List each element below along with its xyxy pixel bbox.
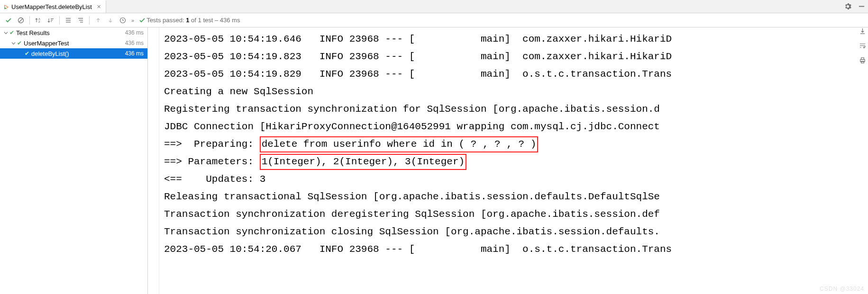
next-fail-button[interactable] xyxy=(105,15,116,26)
svg-rect-8 xyxy=(51,20,53,20)
watermark: CSDN @33024 xyxy=(820,285,864,292)
tree-duration: 436 ms xyxy=(125,29,144,36)
chevron-down-icon[interactable] xyxy=(10,40,16,46)
console-line: Transaction synchronization closing SqlS… xyxy=(164,226,660,237)
expand-all-button[interactable] xyxy=(63,15,74,26)
show-passed-button[interactable] xyxy=(3,15,14,26)
run-tab-bar: UserMapperTest.deleteByList ✕ xyxy=(0,0,868,13)
tree-label: Test Results xyxy=(16,29,125,36)
svg-rect-7 xyxy=(51,18,54,19)
run-icon xyxy=(4,5,9,9)
svg-rect-10 xyxy=(66,18,71,18)
check-icon: ✔ xyxy=(17,40,22,46)
console-line: ==> Parameters: xyxy=(164,156,260,167)
close-icon[interactable]: ✕ xyxy=(97,4,101,10)
print-icon[interactable] xyxy=(859,57,866,64)
tree-duration: 436 ms xyxy=(125,50,144,57)
gear-icon[interactable] xyxy=(844,3,851,10)
chevron-right-icon: » xyxy=(131,18,134,23)
highlighted-sql: delete from userinfo where id in ( ? , ?… xyxy=(260,136,539,152)
svg-rect-14 xyxy=(79,20,83,20)
svg-rect-11 xyxy=(66,20,71,20)
sort-duration-button[interactable] xyxy=(45,15,56,26)
highlighted-params: 1(Integer), 2(Integer), 3(Integer) xyxy=(260,154,466,170)
svg-rect-12 xyxy=(66,22,71,22)
tree-method[interactable]: ✔ deleteByList() 436 ms xyxy=(0,48,147,59)
svg-line-4 xyxy=(19,18,23,22)
collapse-all-button[interactable] xyxy=(75,15,86,26)
svg-rect-15 xyxy=(80,22,83,22)
console-line: 2023-05-05 10:54:19.646 INFO 23968 --- [… xyxy=(164,34,672,45)
soft-wrap-icon[interactable] xyxy=(859,42,866,49)
console-line: 2023-05-05 10:54:20.067 INFO 23968 --- [… xyxy=(164,244,672,255)
svg-rect-18 xyxy=(861,58,864,60)
console-line: 2023-05-05 10:54:19.829 INFO 23968 --- [… xyxy=(164,69,672,80)
console-sidebar xyxy=(857,27,868,64)
test-tree-panel: ✔ Test Results 436 ms ✔ UserMapperTest 4… xyxy=(0,27,148,294)
console-line: Transaction synchronization deregisterin… xyxy=(164,209,660,220)
svg-text:Z: Z xyxy=(38,20,40,23)
tree-duration: 436 ms xyxy=(125,40,144,46)
console-line: <== Updates: 3 xyxy=(164,174,265,185)
console-gutter xyxy=(148,27,159,294)
toolbar-separator xyxy=(59,16,60,25)
chevron-down-icon[interactable] xyxy=(3,30,9,36)
svg-rect-13 xyxy=(78,18,83,18)
sort-alpha-button[interactable]: AZ xyxy=(33,15,44,26)
check-icon: ✔ xyxy=(25,50,29,57)
console-output[interactable]: 2023-05-05 10:54:19.646 INFO 23968 --- [… xyxy=(159,27,868,294)
run-toolbar: AZ » Tests passed: 1 of 1 test – 436 ms xyxy=(0,13,868,27)
console-line: Creating a new SqlSession xyxy=(164,86,313,97)
console-line: ==> Preparing: xyxy=(164,139,260,150)
show-ignored-button[interactable] xyxy=(15,15,27,26)
minimize-icon[interactable] xyxy=(858,3,865,10)
pass-icon xyxy=(139,17,146,24)
toolbar-separator xyxy=(89,16,90,25)
toolbar-separator xyxy=(29,16,30,25)
run-tab-label: UserMapperTest.deleteByList xyxy=(11,3,92,10)
console-line: 2023-05-05 10:54:19.823 INFO 23968 --- [… xyxy=(164,51,672,62)
console-line: JDBC Connection [HikariProxyConnection@1… xyxy=(164,121,660,132)
svg-rect-9 xyxy=(51,21,52,22)
check-icon: ✔ xyxy=(9,29,14,36)
test-status-text: Tests passed: 1 of 1 test – 436 ms xyxy=(146,17,240,24)
scroll-to-end-icon[interactable] xyxy=(859,27,866,35)
tree-class[interactable]: ✔ UserMapperTest 436 ms xyxy=(0,38,147,48)
tree-root[interactable]: ✔ Test Results 436 ms xyxy=(0,27,147,38)
run-tab[interactable]: UserMapperTest.deleteByList ✕ xyxy=(0,0,106,13)
console-line: Registering transaction synchronization … xyxy=(164,104,660,115)
prev-fail-button[interactable] xyxy=(92,15,104,26)
tree-label: UserMapperTest xyxy=(24,40,125,47)
console-line: Releasing transactional SqlSession [org.… xyxy=(164,191,660,202)
svg-rect-2 xyxy=(859,6,864,7)
history-button[interactable] xyxy=(117,15,128,26)
tree-label: deleteByList() xyxy=(31,50,125,57)
